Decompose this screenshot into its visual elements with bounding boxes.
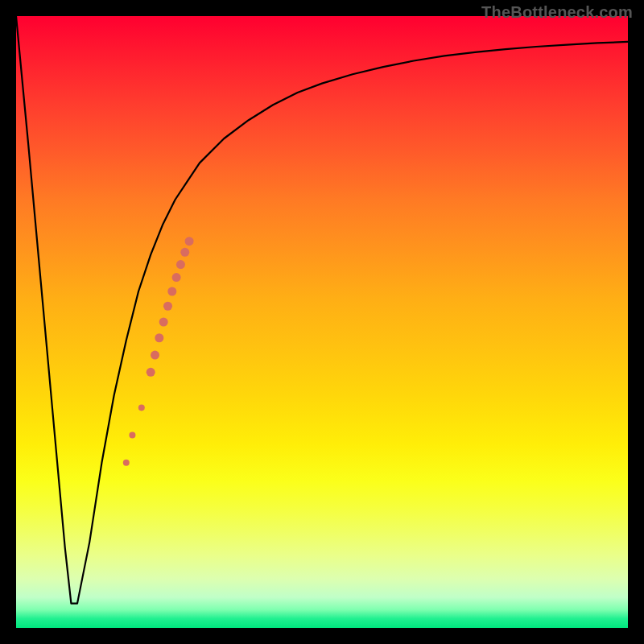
highlight-marker bbox=[167, 287, 176, 296]
highlight-marker bbox=[155, 333, 163, 342]
highlight-marker bbox=[123, 460, 130, 466]
markers-layer bbox=[16, 16, 628, 628]
highlight-marker bbox=[172, 273, 181, 282]
highlight-marker bbox=[138, 404, 145, 411]
highlight-marker bbox=[185, 237, 194, 246]
highlight-markers bbox=[123, 237, 194, 466]
highlight-marker bbox=[129, 432, 135, 439]
watermark-text: TheBottleneck.com bbox=[481, 3, 633, 22]
highlight-marker bbox=[159, 318, 168, 327]
highlight-marker bbox=[176, 260, 185, 269]
highlight-marker bbox=[147, 368, 155, 377]
highlight-marker bbox=[180, 248, 189, 257]
highlight-marker bbox=[163, 302, 172, 311]
plot-area bbox=[16, 16, 628, 628]
highlight-marker bbox=[151, 351, 159, 360]
